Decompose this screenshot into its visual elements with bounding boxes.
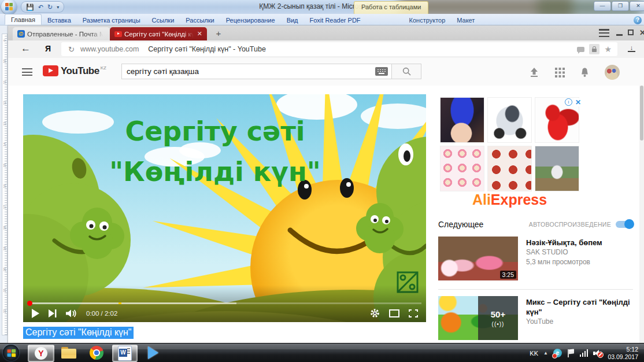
- autoplay-toggle[interactable]: [616, 221, 633, 228]
- hamburger-menu-icon[interactable]: [22, 68, 32, 76]
- ruler-number: 11: [3, 80, 6, 84]
- undo-icon[interactable]: ↶: [38, 4, 43, 10]
- taskbar-media-player-button[interactable]: [142, 345, 164, 361]
- mix-video-item[interactable]: 50+ ((•)) Микс – Сергіту сәті "Көңілді к…: [438, 296, 635, 340]
- bookmark-star-icon[interactable]: ★: [604, 45, 612, 54]
- aliexpress-logo[interactable]: AliExpress: [440, 191, 579, 208]
- next-video-views: 5,3 млн просмотров: [526, 257, 602, 267]
- ruler-number: 18: [3, 226, 6, 230]
- ad-image[interactable]: [535, 146, 579, 191]
- ribbon-tab-layout[interactable]: Макет: [451, 15, 480, 25]
- ribbon-tab-references[interactable]: Ссылки: [146, 15, 180, 25]
- ruler-number: 16: [3, 184, 6, 189]
- brand-part: Express: [491, 191, 547, 208]
- volume-icon[interactable]: [66, 309, 77, 317]
- lock-wrap[interactable]: [589, 44, 599, 54]
- taskbar-explorer-button[interactable]: [58, 345, 80, 361]
- tray-expand-icon[interactable]: ▲: [543, 350, 548, 356]
- keyboard-icon[interactable]: [375, 67, 388, 76]
- notifications-bell-icon[interactable]: [580, 67, 590, 77]
- browser-tab-youtube-active[interactable]: Сергіту сәті "Көңілді күн" ✕: [110, 27, 207, 40]
- next-video-item[interactable]: 3:25 Нәзік-Ұйықта, бөпем SAK STUDIO 5,3 …: [438, 237, 635, 280]
- video-player[interactable]: Сергіту сәті "Көңілді күн": [23, 94, 426, 322]
- ribbon-tab-home[interactable]: Главная: [5, 14, 42, 25]
- ribbon-tab-mailings[interactable]: Рассылки: [180, 15, 220, 25]
- ribbon-tab-view[interactable]: Вид: [281, 15, 304, 25]
- page-scrollbar[interactable]: [639, 86, 644, 343]
- youtube-logo[interactable]: YouTube KZ: [43, 65, 106, 76]
- yandex-icon[interactable]: Я: [45, 44, 51, 53]
- qat-dropdown-icon[interactable]: ▾: [57, 4, 59, 10]
- clock[interactable]: 5:12 03.09.2017: [608, 346, 641, 361]
- playlist-icon: ((•)): [492, 321, 505, 327]
- ad-close-icon[interactable]: ✕: [574, 98, 582, 106]
- ad-image[interactable]: [487, 97, 532, 143]
- taskbar-chrome-button[interactable]: [86, 345, 108, 361]
- mix-video-title[interactable]: Микс – Сергіту сәті "Көңілді күн": [526, 297, 635, 317]
- sidebar: i ✕ AliExpress Следующее АВТОВОСПРОИЗВЕД…: [436, 86, 640, 343]
- ribbon-tab-insert[interactable]: Вставка: [42, 15, 77, 25]
- taskbar-word-button[interactable]: [112, 345, 138, 362]
- reload-icon[interactable]: ↻: [68, 45, 75, 54]
- start-button[interactable]: [3, 345, 19, 361]
- screen: 💾 ↶ ↻ ▾ ҚМЖ 2-сынып қазақ тілі - Microso…: [0, 0, 644, 362]
- volume-muted-icon[interactable]: [593, 349, 602, 357]
- word-close-button[interactable]: ✕: [630, 1, 644, 11]
- mix-video-channel[interactable]: YouTube: [526, 317, 635, 327]
- mix-video-thumbnail[interactable]: 50+ ((•)): [438, 296, 518, 340]
- search-input[interactable]: [122, 67, 375, 76]
- fullscreen-icon[interactable]: [409, 309, 418, 317]
- office-button[interactable]: [1, 0, 17, 14]
- back-icon[interactable]: ←: [21, 43, 31, 54]
- ribbon-tab-design[interactable]: Конструктор: [404, 15, 451, 25]
- ribbon-tab-page-layout[interactable]: Разметка страницы: [77, 15, 146, 25]
- office-logo-icon: [5, 3, 13, 10]
- word-minimize-button[interactable]: —: [594, 1, 611, 11]
- search-box[interactable]: [121, 64, 392, 79]
- new-tab-button[interactable]: +: [212, 27, 225, 40]
- browser-maximize-button[interactable]: [628, 29, 634, 35]
- word-restore-button[interactable]: ❐: [612, 1, 629, 11]
- ad-image[interactable]: [440, 146, 484, 191]
- browser-tab-mail[interactable]: @ Отправленные - Почта Mai: [13, 27, 110, 40]
- next-button-icon[interactable]: [49, 309, 57, 317]
- search-button[interactable]: [391, 64, 421, 79]
- save-icon[interactable]: 💾: [26, 4, 34, 10]
- miniplayer-icon[interactable]: [389, 309, 399, 317]
- action-center-flag-icon[interactable]: [567, 349, 575, 357]
- antivirus-tray-icon[interactable]: e: [553, 349, 562, 357]
- video-title-selected[interactable]: Сергіту сәті "Көңілді күн": [23, 327, 134, 339]
- upload-icon[interactable]: [528, 67, 540, 77]
- youtube-play-icon: [43, 65, 58, 76]
- scrollbar-thumb[interactable]: [640, 86, 643, 141]
- ribbon-tab-foxit[interactable]: Foxit Reader PDF: [304, 15, 367, 25]
- ribbon-tab-review[interactable]: Рецензирование: [220, 15, 281, 25]
- apps-grid-icon[interactable]: [555, 68, 565, 77]
- browser-menu-icon[interactable]: [599, 29, 609, 37]
- next-video-thumbnail[interactable]: 3:25: [438, 237, 518, 280]
- next-video-title[interactable]: Нәзік-Ұйықта, бөпем: [526, 238, 602, 248]
- tab-close-icon[interactable]: ✕: [197, 30, 202, 38]
- ad-image[interactable]: [440, 97, 484, 143]
- play-button-icon[interactable]: [31, 309, 39, 318]
- url-page-title: Сергіту сәті "Көңілді күн" - YouTube: [148, 45, 266, 53]
- next-video-channel[interactable]: SAK STUDIO: [526, 248, 602, 257]
- browser-minimize-button[interactable]: [616, 34, 623, 36]
- network-signal-icon[interactable]: [580, 349, 589, 357]
- word-help-icon[interactable]: ?: [634, 16, 642, 24]
- url-host: www.youtube.com: [80, 45, 139, 53]
- url-field[interactable]: ↻ www.youtube.com Сергіту сәті "Көңілді …: [61, 42, 617, 56]
- account-avatar[interactable]: [605, 65, 620, 80]
- redo-icon[interactable]: ↻: [47, 4, 53, 10]
- browser-close-button[interactable]: ✕: [639, 28, 644, 37]
- download-icon[interactable]: ↓: [628, 45, 635, 52]
- ad-image[interactable]: [487, 146, 532, 191]
- settings-gear-icon[interactable]: [370, 308, 380, 318]
- quick-access-toolbar[interactable]: 💾 ↶ ↻ ▾: [21, 1, 64, 13]
- ad-info-icon[interactable]: i: [565, 98, 572, 106]
- taskbar-yandex-browser-button[interactable]: Y: [28, 345, 54, 362]
- comment-bubble-icon[interactable]: [577, 47, 584, 52]
- lock-icon: [592, 49, 597, 52]
- ad-banner[interactable]: [440, 97, 579, 191]
- language-indicator[interactable]: KK: [530, 350, 538, 357]
